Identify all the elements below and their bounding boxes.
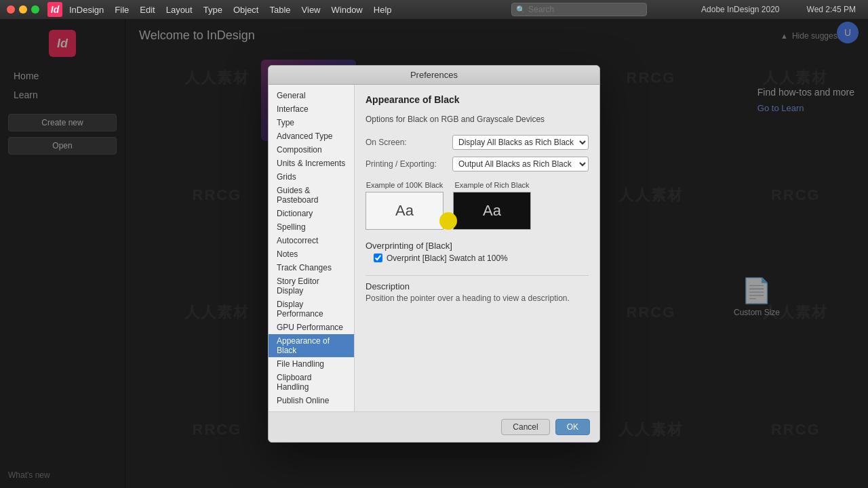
pref-spelling[interactable]: Spelling xyxy=(269,220,354,234)
on-screen-row: On Screen: Display All Blacks as Rich Bl… xyxy=(366,135,589,150)
menu-file[interactable]: File xyxy=(115,5,129,15)
traffic-lights[interactable] xyxy=(7,5,39,14)
pref-grids[interactable]: Grids xyxy=(269,170,354,184)
menu-type[interactable]: Type xyxy=(203,5,222,15)
pref-notes[interactable]: Notes xyxy=(269,247,354,261)
rich-text: Aa xyxy=(483,202,501,220)
overprinting-title: Overprinting of [Black] xyxy=(366,241,589,251)
pref-autocorrect[interactable]: Autocorrect xyxy=(269,234,354,247)
pref-file-handling[interactable]: File Handling xyxy=(269,357,354,371)
menu-table[interactable]: Table xyxy=(269,5,290,15)
menu-bar: InDesign File Edit Layout Type Object Ta… xyxy=(69,5,511,15)
pref-general[interactable]: General xyxy=(269,89,354,102)
clock: Wed 2:45 PM xyxy=(807,5,856,14)
rich-label: Example of Rich Black xyxy=(454,181,529,189)
titlebar: Id InDesign File Edit Layout Type Object… xyxy=(0,0,868,19)
menu-help[interactable]: Help xyxy=(374,5,392,15)
description-section: Description Position the pointer over a … xyxy=(366,275,589,303)
maximize-btn[interactable] xyxy=(31,5,39,14)
printing-select[interactable]: Output All Blacks as Rich Black xyxy=(452,157,589,171)
pref-dictionary[interactable]: Dictionary xyxy=(269,207,354,220)
app-background: RRCG人人素材RRCG人人素材RRCG人人素材 人人素材RRCG人人素材RRC… xyxy=(0,19,868,488)
printing-row: Printing / Exporting: Output All Blacks … xyxy=(366,157,589,171)
pref-units[interactable]: Units & Increments xyxy=(269,157,354,170)
100k-black-example: Example of 100K Black Aa xyxy=(366,181,443,230)
printing-label: Printing / Exporting: xyxy=(366,159,447,169)
overprint-checkbox[interactable] xyxy=(374,253,382,262)
pref-story-editor[interactable]: Story Editor Display xyxy=(269,274,354,298)
on-screen-label: On Screen: xyxy=(366,138,447,147)
pref-interface[interactable]: Interface xyxy=(269,102,354,116)
pref-publish-online[interactable]: Publish Online xyxy=(269,394,354,407)
dialog-titlebar: Preferences xyxy=(269,66,599,85)
pref-display-performance[interactable]: Display Performance xyxy=(269,298,354,321)
menu-window[interactable]: Window xyxy=(332,5,363,15)
menu-edit[interactable]: Edit xyxy=(140,5,155,15)
overprint-label: Overprint [Black] Swatch at 100% xyxy=(387,253,508,263)
pref-composition[interactable]: Composition xyxy=(269,143,354,157)
pref-gpu-performance[interactable]: GPU Performance xyxy=(269,321,354,334)
pref-track-changes[interactable]: Track Changes xyxy=(269,261,354,274)
overprinting-section: Overprinting of [Black] Overprint [Black… xyxy=(366,241,589,263)
titlebar-title: Adobe InDesign 2020 xyxy=(701,5,779,14)
pref-guides[interactable]: Guides & Pasteboard xyxy=(269,184,354,207)
dialog-main-panel: Appearance of Black Options for Black on… xyxy=(355,85,599,411)
app-logo-small: Id xyxy=(47,2,62,17)
section-subtitle: Options for Black on RGB and Grayscale D… xyxy=(366,115,589,124)
rich-box: Aa xyxy=(453,192,531,230)
minimize-btn[interactable] xyxy=(19,5,27,14)
search-input[interactable] xyxy=(528,5,642,14)
preferences-dialog: Preferences General Interface Type Advan… xyxy=(268,65,600,443)
dialog-sidebar: General Interface Type Advanced Type Com… xyxy=(269,85,355,411)
pref-type[interactable]: Type xyxy=(269,116,354,129)
dialog-footer: Cancel OK xyxy=(269,411,599,442)
dialog-body: General Interface Type Advanced Type Com… xyxy=(269,85,599,411)
menu-indesign[interactable]: InDesign xyxy=(69,5,104,15)
search-icon: 🔍 xyxy=(516,5,526,14)
cancel-button[interactable]: Cancel xyxy=(501,419,549,435)
100k-label: Example of 100K Black xyxy=(366,181,443,189)
100k-text: Aa xyxy=(395,202,414,220)
menu-view[interactable]: View xyxy=(302,5,321,15)
pref-clipboard[interactable]: Clipboard Handling xyxy=(269,371,354,394)
search-bar[interactable]: 🔍 xyxy=(511,3,647,16)
on-screen-select[interactable]: Display All Blacks as Rich Black xyxy=(452,135,589,150)
description-text: Position the pointer over a heading to v… xyxy=(366,293,589,303)
dialog-overlay: Preferences General Interface Type Advan… xyxy=(0,19,868,488)
menu-layout[interactable]: Layout xyxy=(166,5,193,15)
section-title: Appearance of Black xyxy=(366,94,589,105)
100k-box: Aa xyxy=(366,192,443,230)
menu-object[interactable]: Object xyxy=(233,5,259,15)
rich-black-example: Example of Rich Black Aa xyxy=(453,181,531,230)
pref-advanced-type[interactable]: Advanced Type xyxy=(269,129,354,143)
black-examples: Example of 100K Black Aa Example of Rich… xyxy=(366,181,589,230)
close-btn[interactable] xyxy=(7,5,15,14)
overprint-checkbox-row: Overprint [Black] Swatch at 100% xyxy=(374,253,589,263)
description-title: Description xyxy=(366,281,589,291)
ok-button[interactable]: OK xyxy=(555,419,590,435)
pref-appearance-of-black[interactable]: Appearance of Black xyxy=(269,334,354,357)
